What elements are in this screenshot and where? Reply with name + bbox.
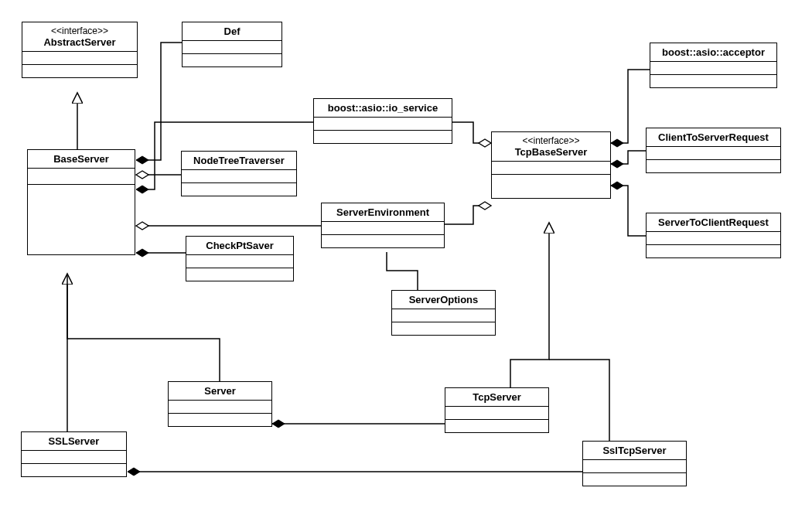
class-title: ClientToServerRequest [647,128,780,147]
class-servertoclientrequest: ServerToClientRequest [646,213,781,258]
uml-canvas: <<interface>> AbstractServer Def BaseSer… [0,0,795,532]
class-serveroptions: ServerOptions [391,290,496,336]
class-serverenvironment: ServerEnvironment [321,203,445,248]
class-tcpbaseserver: <<interface>> TcpBaseServer [491,131,611,199]
class-tcpserver: TcpServer [445,387,549,433]
class-checkptsaver: CheckPtSaver [186,236,294,281]
class-title: SSLServer [22,432,126,451]
class-server: Server [168,381,272,427]
class-title: BaseServer [28,150,135,169]
class-nodetreetraverser: NodeTreeTraverser [181,151,297,196]
class-acceptor: boost::asio::acceptor [650,43,777,88]
class-title: Def [183,22,281,41]
class-clienttoserverrequest: ClientToServerRequest [646,128,781,173]
class-title: <<interface>> AbstractServer [22,22,137,52]
class-title: SslTcpServer [583,442,686,460]
class-title: boost::asio::acceptor [650,43,776,62]
class-baseserver: BaseServer [27,149,135,255]
class-def: Def [182,22,282,67]
class-title: ServerEnvironment [322,203,444,222]
class-ssltcpserver: SslTcpServer [582,441,687,486]
class-title: TcpServer [445,388,548,407]
class-title: <<interface>> TcpBaseServer [492,132,610,162]
class-title: ServerToClientRequest [647,213,780,232]
class-title: NodeTreeTraverser [182,152,296,170]
class-title: CheckPtSaver [186,237,293,255]
class-title: boost::asio::io_service [314,99,452,118]
class-ioservice: boost::asio::io_service [313,98,452,144]
class-title: Server [169,382,271,401]
class-abstractserver: <<interface>> AbstractServer [22,22,138,78]
class-sslserver: SSLServer [21,431,127,477]
class-title: ServerOptions [392,291,495,309]
